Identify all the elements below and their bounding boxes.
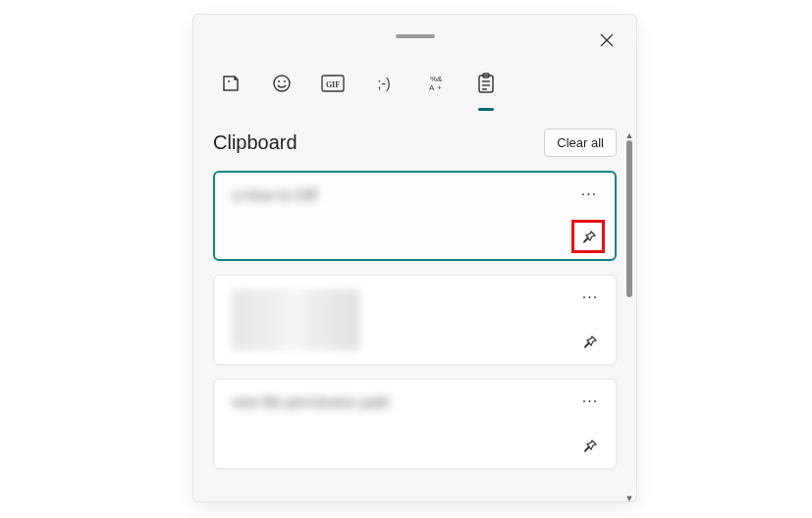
svg-point-3 bbox=[278, 80, 280, 82]
close-button[interactable] bbox=[595, 28, 619, 52]
clipboard-item-preview: a How to Diff bbox=[233, 186, 577, 204]
scrollbar[interactable] bbox=[624, 140, 632, 497]
more-button[interactable]: ··· bbox=[578, 289, 602, 305]
svg-text:&: & bbox=[437, 75, 443, 83]
pin-icon bbox=[582, 335, 598, 350]
clipboard-item[interactable]: ··· bbox=[213, 275, 617, 365]
clipboard-item[interactable]: new file permission path ··· bbox=[213, 379, 617, 469]
pin-icon bbox=[581, 230, 597, 245]
pin-button[interactable] bbox=[576, 433, 604, 460]
scroll-down-arrow[interactable]: ▼ bbox=[624, 493, 634, 502]
tab-emoji[interactable] bbox=[270, 72, 294, 95]
clipboard-icon bbox=[477, 73, 495, 94]
tab-row: GIF ;-) % & A + bbox=[219, 72, 498, 95]
more-button[interactable]: ··· bbox=[578, 393, 602, 409]
more-button[interactable]: ··· bbox=[577, 186, 601, 202]
tab-kaomoji[interactable]: ;-) bbox=[372, 72, 396, 95]
pin-button[interactable] bbox=[575, 224, 603, 251]
scrollbar-thumb[interactable] bbox=[626, 140, 632, 297]
tab-symbols[interactable]: % & A + bbox=[423, 72, 447, 95]
section-header: Clipboard Clear all bbox=[213, 129, 617, 157]
clipboard-list: a How to Diff ··· ··· bbox=[213, 171, 617, 469]
tab-stickers[interactable] bbox=[219, 72, 243, 95]
scroll-up-arrow[interactable]: ▲ bbox=[624, 130, 634, 140]
gif-icon: GIF bbox=[321, 75, 345, 92]
drag-handle[interactable] bbox=[396, 34, 435, 38]
clipboard-item-preview bbox=[232, 289, 578, 350]
pin-button[interactable] bbox=[576, 329, 604, 356]
clipboard-content: Clipboard Clear all a How to Diff ··· bbox=[193, 129, 636, 501]
section-title: Clipboard bbox=[213, 131, 298, 154]
emoji-icon bbox=[272, 74, 292, 93]
svg-point-4 bbox=[284, 80, 286, 82]
close-icon bbox=[600, 33, 614, 47]
svg-text:+: + bbox=[437, 83, 442, 92]
pin-icon bbox=[582, 439, 598, 454]
sticker-icon bbox=[221, 74, 241, 93]
clipboard-item-preview: new file permission path bbox=[232, 393, 578, 411]
svg-point-2 bbox=[274, 76, 290, 91]
svg-text:GIF: GIF bbox=[326, 80, 340, 89]
tab-gif[interactable]: GIF bbox=[321, 72, 345, 95]
clear-all-button[interactable]: Clear all bbox=[544, 129, 617, 157]
clipboard-item[interactable]: a How to Diff ··· bbox=[213, 171, 617, 261]
svg-text:A: A bbox=[429, 83, 435, 92]
symbols-icon: % & A + bbox=[425, 74, 445, 93]
emoji-clipboard-panel: GIF ;-) % & A + Clipboard Clear all bbox=[192, 14, 637, 502]
tab-clipboard[interactable] bbox=[474, 72, 498, 95]
